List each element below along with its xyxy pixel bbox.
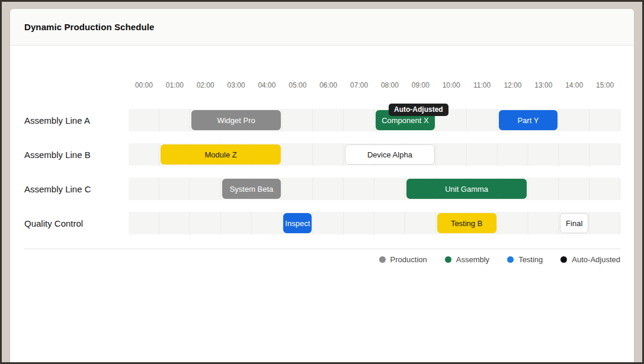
row-track[interactable]: System Beta Unit Gamma (129, 178, 620, 200)
legend-item-production: Production (379, 255, 427, 264)
schedule-card: Dynamic Production Schedule 00:00 01:00 … (10, 9, 634, 362)
row-track[interactable]: Inspect Testing B Final (129, 212, 620, 234)
assembly-dot-icon (445, 256, 451, 263)
task-bar-final[interactable]: Final (560, 213, 588, 233)
task-label: Final (566, 219, 582, 228)
task-label: Module Z (205, 150, 237, 159)
row-track[interactable]: Module Z Device Alpha (129, 143, 620, 166)
schedule-row: Assembly Line C System Beta Unit Gamma (24, 178, 620, 200)
task-label: Testing B (451, 219, 482, 228)
task-label: Widget Pro (217, 116, 255, 125)
axis-hour-label: 10:00 (436, 81, 467, 89)
testing-dot-icon (507, 256, 514, 263)
axis-hour-label: 05:00 (282, 81, 313, 89)
legend-item-testing: Testing (507, 255, 543, 264)
task-bar-module-z[interactable]: Module Z (161, 144, 281, 165)
production-dot-icon (379, 256, 386, 263)
axis-hour-label: 13:00 (528, 81, 559, 89)
timeline-axis: 00:00 01:00 02:00 03:00 04:00 05:00 06:0… (129, 81, 620, 89)
task-label: Unit Gamma (445, 185, 488, 194)
axis-hour-label: 08:00 (374, 81, 405, 89)
task-label: Inspect (285, 219, 310, 228)
page-title: Dynamic Production Schedule (24, 22, 154, 32)
axis-hour-label: 07:00 (344, 81, 374, 89)
legend-item-assembly: Assembly (445, 255, 489, 264)
task-label: Component X (382, 116, 429, 125)
task-bar-inspect[interactable]: Inspect (283, 213, 312, 233)
task-label: Device Alpha (367, 150, 412, 159)
schedule-row: Assembly Line B Module Z Device Alpha (24, 143, 620, 166)
legend-label: Testing (518, 255, 543, 264)
row-label-assembly-line-a: Assembly Line A (24, 115, 129, 125)
task-label: System Beta (230, 185, 274, 194)
axis-hour-label: 01:00 (159, 81, 190, 89)
axis-hour-label: 12:00 (498, 81, 528, 89)
axis-hour-label: 06:00 (313, 81, 344, 89)
axis-hour-label: 14:00 (559, 81, 589, 89)
task-bar-system-beta[interactable]: System Beta (222, 179, 281, 199)
task-bar-part-y[interactable]: Part Y (499, 110, 558, 130)
legend-item-auto-adjusted: Auto-Adjusted (560, 255, 620, 264)
auto-adjusted-dot-icon (560, 256, 567, 263)
axis-hour-label: 15:00 (589, 81, 620, 89)
task-bar-testing-b[interactable]: Testing B (437, 213, 496, 233)
auto-adjusted-tooltip: Auto-Adjusted (389, 104, 448, 116)
card-header: Dynamic Production Schedule (10, 9, 634, 46)
axis-hour-label: 02:00 (190, 81, 221, 89)
row-track[interactable]: Widget Pro Component X Auto-Adjusted Par… (129, 109, 620, 131)
axis-hour-label: 00:00 (129, 81, 159, 89)
legend-label: Production (390, 255, 427, 264)
schedule-row: Quality Control Inspect Testing B Final (24, 212, 620, 234)
schedule-row: Assembly Line A Widget Pro Component X A… (24, 109, 620, 131)
axis-hour-label: 11:00 (467, 81, 498, 89)
row-label-quality-control: Quality Control (24, 218, 129, 228)
legend-label: Auto-Adjusted (572, 255, 620, 264)
axis-hour-label: 03:00 (221, 81, 252, 89)
task-label: Part Y (517, 116, 539, 125)
task-bar-device-alpha[interactable]: Device Alpha (345, 144, 435, 165)
axis-hour-label: 04:00 (252, 81, 283, 89)
task-bar-component-x[interactable]: Component X Auto-Adjusted (376, 110, 435, 130)
row-label-assembly-line-b: Assembly Line B (24, 150, 129, 160)
task-bar-unit-gamma[interactable]: Unit Gamma (406, 179, 527, 199)
task-bar-widget-pro[interactable]: Widget Pro (191, 110, 281, 130)
row-label-assembly-line-c: Assembly Line C (24, 184, 129, 194)
legend-label: Assembly (456, 255, 489, 264)
legend: Production Assembly Testing Auto-Adjuste… (24, 249, 620, 264)
schedule-content: 00:00 01:00 02:00 03:00 04:00 05:00 06:0… (10, 81, 634, 264)
axis-hour-label: 09:00 (405, 81, 436, 89)
